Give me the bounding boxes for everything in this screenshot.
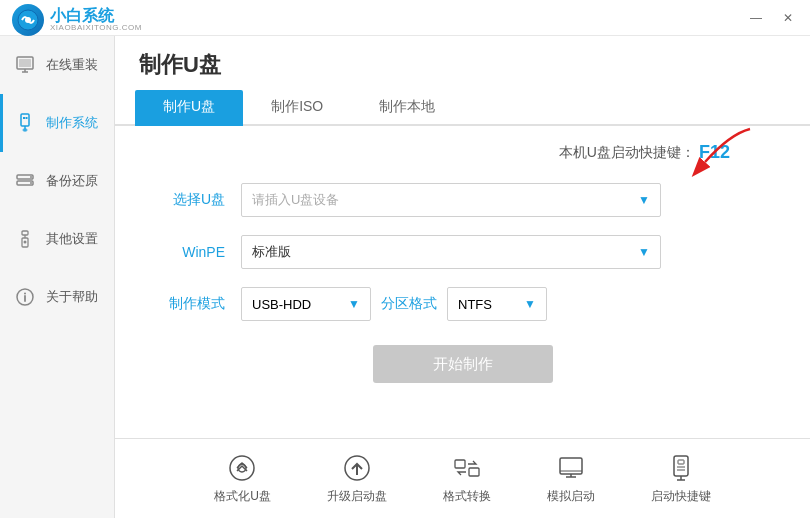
winpe-value: 标准版 bbox=[252, 243, 291, 261]
partition-label: 分区格式 bbox=[381, 295, 437, 313]
logo: 小白系统 XIAOBAIXITONG.COM bbox=[0, 0, 154, 40]
svg-point-21 bbox=[24, 293, 26, 295]
upgrade-boot-icon bbox=[341, 452, 373, 484]
toolbar-boot-shortcut[interactable]: 启动快捷键 bbox=[623, 444, 739, 513]
sidebar-item-backup-restore[interactable]: 备份还原 bbox=[0, 152, 114, 210]
toolbar-simulate-boot[interactable]: 模拟启动 bbox=[519, 444, 623, 513]
sidebar: 在线重装 制作系统 bbox=[0, 36, 115, 518]
toolbar-format-convert[interactable]: 格式转换 bbox=[415, 444, 519, 513]
format-convert-icon bbox=[451, 452, 483, 484]
sidebar-label-online-reinstall: 在线重装 bbox=[46, 56, 98, 74]
toolbar-format-convert-label: 格式转换 bbox=[443, 488, 491, 505]
hotkey-row: 本机U盘启动快捷键： F12 bbox=[155, 142, 770, 163]
tab-content-make-usb: 本机U盘启动快捷键： F12 bbox=[115, 126, 810, 438]
page-title: 制作U盘 bbox=[115, 36, 810, 90]
sidebar-label-other-settings: 其他设置 bbox=[46, 230, 98, 248]
svg-point-13 bbox=[30, 176, 32, 178]
svg-rect-15 bbox=[22, 231, 28, 235]
logo-sub-text: XIAOBAIXITONG.COM bbox=[50, 24, 142, 33]
svg-point-14 bbox=[30, 182, 32, 184]
mode-value: USB-HDD bbox=[252, 297, 311, 312]
usb-dropdown-arrow: ▼ bbox=[638, 193, 650, 207]
sidebar-label-about-help: 关于帮助 bbox=[46, 288, 98, 306]
toolbar-boot-shortcut-label: 启动快捷键 bbox=[651, 488, 711, 505]
toolbar-simulate-boot-label: 模拟启动 bbox=[547, 488, 595, 505]
hotkey-value: F12 bbox=[699, 142, 730, 163]
content-area: 制作U盘 制作U盘 制作ISO 制作本地 本机U盘启动快捷键： F12 bbox=[115, 36, 810, 518]
sidebar-label-make-system: 制作系统 bbox=[46, 114, 98, 132]
winpe-label: WinPE bbox=[155, 244, 225, 260]
minimize-button[interactable]: — bbox=[742, 7, 770, 29]
mode-dropdown[interactable]: USB-HDD ▼ bbox=[241, 287, 371, 321]
svg-rect-6 bbox=[21, 114, 29, 126]
start-button: 开始制作 bbox=[373, 345, 553, 383]
sidebar-item-other-settings[interactable]: 其他设置 bbox=[0, 210, 114, 268]
boot-shortcut-icon bbox=[665, 452, 697, 484]
sidebar-item-online-reinstall[interactable]: 在线重装 bbox=[0, 36, 114, 94]
mode-row: 制作模式 USB-HDD ▼ 分区格式 NTFS ▼ bbox=[155, 287, 770, 321]
logo-icon bbox=[12, 4, 44, 36]
svg-rect-28 bbox=[455, 460, 465, 468]
tab-bar: 制作U盘 制作ISO 制作本地 bbox=[115, 90, 810, 126]
logo-text: 小白系统 XIAOBAIXITONG.COM bbox=[50, 7, 142, 33]
winpe-dropdown[interactable]: 标准版 ▼ bbox=[241, 235, 661, 269]
logo-main-text: 小白系统 bbox=[50, 7, 142, 25]
sidebar-item-make-system[interactable]: 制作系统 bbox=[0, 94, 114, 152]
svg-rect-5 bbox=[19, 59, 31, 67]
svg-point-18 bbox=[24, 241, 27, 244]
sidebar-item-about-help[interactable]: 关于帮助 bbox=[0, 268, 114, 326]
partition-dropdown[interactable]: NTFS ▼ bbox=[447, 287, 547, 321]
partition-value: NTFS bbox=[458, 297, 492, 312]
usb-dropdown[interactable]: 请插入U盘设备 ▼ bbox=[241, 183, 661, 217]
settings-icon bbox=[14, 228, 36, 250]
close-button[interactable]: ✕ bbox=[774, 7, 802, 29]
info-icon bbox=[14, 286, 36, 308]
sidebar-label-backup-restore: 备份还原 bbox=[46, 172, 98, 190]
window-controls: — ✕ bbox=[742, 7, 802, 29]
backup-icon bbox=[14, 170, 36, 192]
toolbar-upgrade-boot-label: 升级启动盘 bbox=[327, 488, 387, 505]
monitor-icon bbox=[14, 54, 36, 76]
tab-make-local[interactable]: 制作本地 bbox=[351, 90, 463, 126]
mode-dropdown-arrow: ▼ bbox=[348, 297, 360, 311]
usb-icon bbox=[14, 112, 36, 134]
toolbar-format-usb[interactable]: 格式化U盘 bbox=[186, 444, 299, 513]
partition-dropdown-arrow: ▼ bbox=[524, 297, 536, 311]
tab-make-iso[interactable]: 制作ISO bbox=[243, 90, 351, 126]
usb-select-row: 选择U盘 请插入U盘设备 ▼ bbox=[155, 183, 770, 217]
svg-rect-10 bbox=[26, 117, 28, 119]
svg-point-1 bbox=[25, 17, 31, 23]
main-layout: 在线重装 制作系统 bbox=[0, 36, 810, 518]
mode-label: 制作模式 bbox=[155, 295, 225, 313]
format-usb-icon bbox=[226, 452, 258, 484]
svg-rect-34 bbox=[674, 456, 688, 476]
toolbar-upgrade-boot[interactable]: 升级启动盘 bbox=[299, 444, 415, 513]
svg-rect-37 bbox=[678, 460, 684, 464]
simulate-boot-icon bbox=[555, 452, 587, 484]
winpe-dropdown-arrow: ▼ bbox=[638, 245, 650, 259]
bottom-toolbar: 格式化U盘 升级启动盘 bbox=[115, 438, 810, 518]
tab-make-usb[interactable]: 制作U盘 bbox=[135, 90, 243, 126]
svg-rect-29 bbox=[469, 468, 479, 476]
start-button-row: 开始制作 bbox=[155, 345, 770, 383]
titlebar: 小白系统 XIAOBAIXITONG.COM — ✕ bbox=[0, 0, 810, 36]
usb-placeholder: 请插入U盘设备 bbox=[252, 191, 339, 209]
toolbar-format-usb-label: 格式化U盘 bbox=[214, 488, 271, 505]
svg-rect-30 bbox=[560, 458, 582, 474]
svg-rect-9 bbox=[23, 117, 25, 119]
winpe-row: WinPE 标准版 ▼ bbox=[155, 235, 770, 269]
usb-label: 选择U盘 bbox=[155, 191, 225, 209]
hotkey-label: 本机U盘启动快捷键： bbox=[559, 144, 695, 162]
